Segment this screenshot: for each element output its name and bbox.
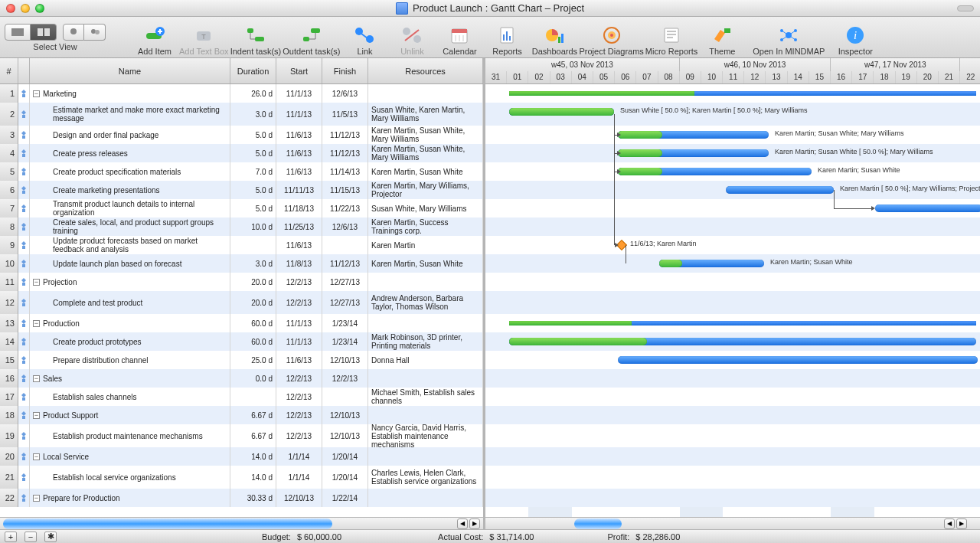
outdent-tasks-button[interactable]: Outdent task(s) [283, 18, 340, 57]
row-info-icon[interactable] [18, 447, 30, 466]
start-cell[interactable]: 11/6/13 [276, 236, 322, 254]
finish-cell[interactable]: 11/14/13 [322, 162, 368, 181]
row-info-icon[interactable] [18, 489, 30, 507]
resources-cell[interactable]: Karen Martin, Susan White [368, 162, 483, 181]
resources-cell[interactable] [368, 273, 483, 291]
finish-cell[interactable]: 12/2/13 [322, 369, 368, 388]
start-cell[interactable]: 11/6/13 [276, 351, 322, 369]
duration-cell[interactable]: 3.0 d [230, 103, 276, 126]
collapse-toggle[interactable]: − [33, 412, 40, 419]
start-cell[interactable]: 11/1/13 [276, 84, 322, 103]
gantt-row[interactable]: Karen Martin; Susan White [485, 162, 980, 181]
start-cell[interactable]: 11/6/13 [276, 144, 322, 162]
gantt-row[interactable] [485, 466, 980, 489]
gantt-row[interactable] [485, 447, 980, 466]
gantt-row[interactable] [485, 84, 980, 103]
table-row[interactable]: 2 Estimate market and make more exact ma… [0, 103, 483, 126]
table-row[interactable]: 18 − Product Support 6.67 d 12/2/13 12/1… [0, 406, 483, 424]
task-name-cell[interactable]: Create sales, local, and product support… [30, 218, 230, 236]
view-mode-1-button[interactable] [5, 24, 31, 41]
finish-cell[interactable]: 11/15/13 [322, 181, 368, 199]
gantt-row[interactable]: 11/6/13; Karen Martin [485, 236, 980, 254]
col-name[interactable]: Name [30, 58, 230, 83]
collapse-toggle[interactable]: − [33, 90, 40, 97]
task-name-cell[interactable]: − Sales [30, 369, 230, 388]
right-scrollbar-thumb[interactable] [574, 518, 622, 529]
gantt-row[interactable] [485, 424, 980, 447]
collapse-toggle[interactable]: − [33, 320, 40, 327]
table-row[interactable]: 22 − Prepare for Production 30.33 d 12/1… [0, 489, 483, 507]
task-bar[interactable] [726, 186, 834, 194]
duration-cell[interactable]: 5.0 d [230, 199, 276, 218]
row-info-icon[interactable] [18, 84, 30, 103]
duration-cell[interactable]: 20.0 d [230, 273, 276, 291]
task-name-cell[interactable]: Establish sales channels [30, 388, 230, 406]
resources-cell[interactable]: Donna Hall [368, 351, 483, 369]
row-info-icon[interactable] [18, 126, 30, 144]
table-row[interactable]: 7 Transmit product launch details to int… [0, 199, 483, 218]
filter-1-button[interactable] [63, 24, 84, 41]
row-info-icon[interactable] [18, 291, 30, 314]
table-row[interactable]: 13 − Production 60.0 d 11/1/13 1/23/14 [0, 314, 483, 332]
resources-cell[interactable] [368, 406, 483, 424]
gantt-row[interactable] [485, 369, 980, 388]
table-row[interactable]: 4 Create press releases 5.0 d 11/6/13 11… [0, 144, 483, 162]
resources-cell[interactable] [368, 314, 483, 332]
start-cell[interactable]: 11/1/13 [276, 314, 322, 332]
col-index[interactable]: # [0, 58, 18, 83]
task-name-cell[interactable]: Create marketing presentations [30, 181, 230, 199]
task-name-cell[interactable]: Transmit product launch details to inter… [30, 199, 230, 218]
resources-cell[interactable]: Karen Martin, Susan White [368, 254, 483, 273]
resources-cell[interactable] [368, 489, 483, 507]
row-info-icon[interactable] [18, 332, 30, 351]
left-scrollbar-thumb[interactable] [3, 518, 332, 529]
table-row[interactable]: 10 Update launch plan based on forecast … [0, 254, 483, 273]
gantt-row[interactable] [485, 406, 980, 424]
row-info-icon[interactable] [18, 199, 30, 218]
row-info-icon[interactable] [18, 103, 30, 126]
finish-cell[interactable] [322, 388, 368, 406]
duration-cell[interactable]: 14.0 d [230, 447, 276, 466]
gantt-row[interactable] [485, 314, 980, 332]
task-bar[interactable] [618, 356, 978, 364]
close-window-button[interactable] [6, 4, 15, 13]
resources-cell[interactable]: Michael Smith, Establish sales channels [368, 388, 483, 406]
task-name-cell[interactable]: − Projection [30, 273, 230, 291]
inspector-button[interactable]: i Inspector [832, 18, 878, 57]
right-scroll-left-button[interactable]: ◀ [944, 518, 955, 529]
start-cell[interactable]: 12/2/13 [276, 388, 322, 406]
resources-cell[interactable]: Susan White, Karen Martin, Mary Williams [368, 103, 483, 126]
resources-cell[interactable] [368, 369, 483, 388]
resources-cell[interactable]: Mark Robinson, 3D printer, Printing mate… [368, 332, 483, 351]
duration-cell[interactable]: 30.33 d [230, 489, 276, 507]
gantt-row[interactable] [485, 351, 980, 369]
gantt-row[interactable] [485, 388, 980, 406]
finish-cell[interactable]: 12/6/13 [322, 218, 368, 236]
duration-cell[interactable]: 26.0 d [230, 84, 276, 103]
link-button[interactable]: Link [341, 18, 387, 57]
task-name-cell[interactable]: Update product forecasts based on market… [30, 236, 230, 254]
start-cell[interactable]: 12/2/13 [276, 424, 322, 447]
start-cell[interactable]: 12/2/13 [276, 406, 322, 424]
finish-cell[interactable]: 1/23/14 [322, 314, 368, 332]
gantt-row[interactable]: Karen Martin; Susan White [ 50.0 %]; Mar… [485, 144, 980, 162]
start-cell[interactable]: 12/2/13 [276, 291, 322, 314]
duration-cell[interactable]: 5.0 d [230, 144, 276, 162]
project-diagrams-button[interactable]: Project Diagrams [579, 18, 643, 57]
open-in-mindmap-button[interactable]: Open In MINDMAP [746, 18, 831, 57]
table-row[interactable]: 12 Complete and test product 20.0 d 12/2… [0, 291, 483, 314]
resources-cell[interactable]: Charles Lewis, Helen Clark, Establish se… [368, 466, 483, 489]
add-row-button[interactable]: + [5, 532, 17, 542]
finish-cell[interactable]: 12/10/13 [322, 424, 368, 447]
theme-button[interactable]: Theme [699, 18, 745, 57]
task-name-cell[interactable]: Design and order final package [30, 126, 230, 144]
gantt-row[interactable] [485, 332, 980, 351]
start-cell[interactable]: 11/8/13 [276, 254, 322, 273]
start-cell[interactable]: 11/6/13 [276, 126, 322, 144]
duration-cell[interactable]: 25.0 d [230, 351, 276, 369]
task-name-cell[interactable]: − Marketing [30, 84, 230, 103]
row-info-icon[interactable] [18, 181, 30, 199]
task-name-cell[interactable]: − Local Service [30, 447, 230, 466]
start-cell[interactable]: 1/1/14 [276, 466, 322, 489]
table-row[interactable]: 9 Update product forecasts based on mark… [0, 236, 483, 254]
